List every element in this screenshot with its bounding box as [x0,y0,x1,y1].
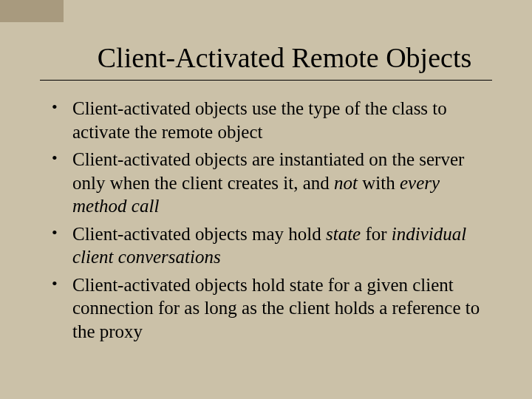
italic-text: not [334,173,358,193]
bullet-list: Client-activated objects use the type of… [40,97,492,343]
slide: Client-Activated Remote Objects Client-a… [0,0,532,399]
slide-title: Client-Activated Remote Objects [40,41,492,74]
text: for [361,224,392,244]
text: Client-activated objects hold state for … [72,275,480,341]
title-rule [40,80,492,81]
list-item: Client-activated objects may hold state … [47,222,486,269]
text: Client-activated objects may hold [72,224,326,244]
list-item: Client-activated objects are instantiate… [47,148,486,218]
italic-text: state [326,224,361,244]
list-item: Client-activated objects use the type of… [47,97,486,143]
text: with [358,173,400,193]
text: Client-activated objects use the type of… [72,98,447,142]
list-item: Client-activated objects hold state for … [47,273,486,344]
